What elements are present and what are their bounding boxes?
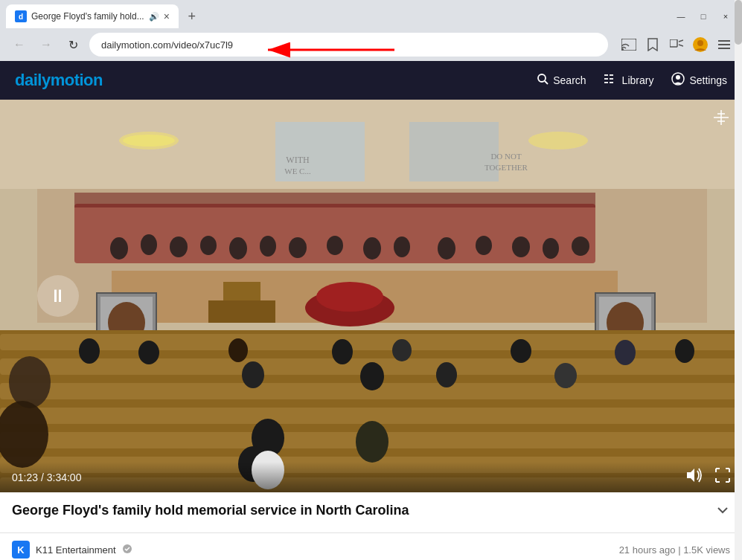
minimize-button[interactable]: — [671, 9, 691, 24]
svg-rect-35 [74, 193, 595, 207]
svg-point-42 [289, 237, 307, 258]
page-scrollbar[interactable] [735, 0, 742, 560]
svg-point-46 [438, 237, 455, 260]
search-label: Search [553, 74, 586, 86]
svg-point-38 [170, 236, 188, 257]
active-tab[interactable]: d George Floyd's family hold... 🔊 × [6, 4, 179, 28]
svg-point-83 [356, 421, 388, 463]
refresh-button[interactable]: ↻ [63, 34, 83, 55]
svg-point-27 [123, 135, 175, 147]
svg-point-21 [676, 75, 680, 80]
nav-items: Search Library Settings [537, 72, 727, 88]
svg-line-5 [679, 40, 683, 42]
tab-close-button[interactable]: × [164, 10, 170, 22]
toolbar-icons [620, 36, 733, 54]
settings-label: Settings [689, 74, 727, 86]
chrome-menu-icon[interactable] [715, 36, 733, 54]
svg-point-41 [260, 236, 276, 257]
search-nav-item[interactable]: Search [537, 73, 586, 88]
dailymotion-navbar: dailymotion Search Library Settings [0, 61, 742, 100]
svg-point-74 [392, 339, 412, 361]
svg-point-40 [229, 237, 247, 260]
fullscreen-button[interactable] [715, 468, 730, 486]
back-button[interactable]: ← [9, 34, 30, 55]
svg-point-78 [242, 361, 264, 388]
svg-point-73 [332, 339, 353, 364]
svg-line-6 [679, 45, 683, 46]
channel-info-section: K K11 Entertainment 21 hours ago | 1.5K … [0, 533, 742, 560]
dailymotion-logo[interactable]: dailymotion [15, 71, 103, 90]
volume-button[interactable] [685, 468, 703, 486]
scrollbar-thumb[interactable] [735, 0, 742, 45]
svg-point-72 [228, 338, 248, 362]
video-settings-button[interactable] [712, 109, 730, 129]
tab-audio-icon: 🔊 [149, 12, 159, 22]
svg-rect-4 [670, 39, 677, 47]
svg-point-12 [538, 74, 546, 82]
media-icon[interactable] [668, 36, 685, 54]
video-right-controls [685, 468, 730, 486]
tab-bar: d George Floyd's family hold... 🔊 × + — … [0, 0, 742, 28]
svg-point-3 [621, 48, 624, 51]
channel-details: K K11 Entertainment [12, 541, 132, 559]
profile-avatar-icon[interactable] [691, 36, 709, 54]
video-player[interactable]: WITH WE C... DO NOT TOGETHER [0, 100, 742, 492]
svg-text:TOGETHER: TOGETHER [484, 163, 528, 172]
maximize-button[interactable]: □ [693, 9, 714, 24]
svg-point-50 [572, 236, 589, 256]
address-bar: ← → ↻ dailymotion.com/video/x7uc7l9 [0, 28, 742, 61]
svg-line-13 [545, 81, 548, 84]
new-tab-button[interactable]: + [182, 6, 202, 27]
forward-button[interactable]: → [36, 34, 57, 55]
verified-icon [122, 544, 132, 556]
svg-point-37 [141, 234, 157, 255]
library-label: Library [622, 74, 654, 86]
video-controls-bar: 01:23 / 3:34:00 [0, 462, 742, 492]
svg-point-80 [436, 362, 457, 387]
account-icon [671, 72, 685, 88]
bookmark-icon[interactable] [644, 36, 662, 54]
close-window-button[interactable]: × [715, 9, 736, 24]
svg-point-48 [512, 236, 530, 257]
play-pause-button[interactable]: ⏸ [37, 275, 79, 317]
library-icon [604, 74, 618, 87]
svg-rect-53 [208, 300, 275, 323]
library-nav-item[interactable]: Library [604, 74, 654, 87]
svg-point-76 [615, 340, 636, 365]
svg-point-47 [476, 236, 492, 255]
svg-point-71 [138, 341, 159, 364]
svg-text:WE C...: WE C... [284, 167, 311, 176]
svg-point-81 [554, 363, 577, 388]
svg-point-36 [110, 237, 128, 260]
svg-point-28 [528, 132, 588, 149]
cast-icon[interactable] [620, 36, 638, 54]
search-icon [537, 73, 548, 88]
video-title: George Floyd's family hold memorial serv… [12, 503, 409, 518]
svg-point-75 [511, 339, 531, 363]
url-input[interactable]: dailymotion.com/video/x7uc7l9 [89, 33, 608, 57]
svg-point-49 [543, 238, 559, 259]
time-display: 01:23 / 3:34:00 [12, 472, 81, 483]
video-info-section: George Floyd's family hold memorial serv… [0, 492, 742, 533]
svg-point-70 [79, 338, 100, 364]
channel-logo[interactable]: K [12, 541, 30, 559]
svg-text:WITH: WITH [286, 155, 310, 165]
pause-icon: ⏸ [49, 286, 67, 306]
window-controls: — □ × [671, 9, 736, 24]
svg-point-45 [394, 236, 410, 257]
crosshair-icon [712, 109, 730, 126]
svg-point-55 [316, 282, 383, 312]
url-text: dailymotion.com/video/x7uc7l9 [101, 39, 596, 51]
svg-point-43 [327, 236, 343, 255]
svg-text:DO NOT: DO NOT [490, 152, 522, 161]
svg-point-44 [363, 237, 381, 260]
video-meta: 21 hours ago | 1.5K views [619, 544, 730, 556]
svg-point-85 [9, 356, 51, 408]
expand-button[interactable] [715, 503, 730, 522]
svg-point-8 [697, 40, 703, 46]
video-frame: WITH WE C... DO NOT TOGETHER [0, 100, 742, 492]
tab-favicon: d [15, 10, 27, 22]
settings-nav-item[interactable]: Settings [671, 72, 727, 88]
channel-name: K11 Entertainment [36, 544, 116, 556]
svg-point-39 [200, 236, 217, 255]
